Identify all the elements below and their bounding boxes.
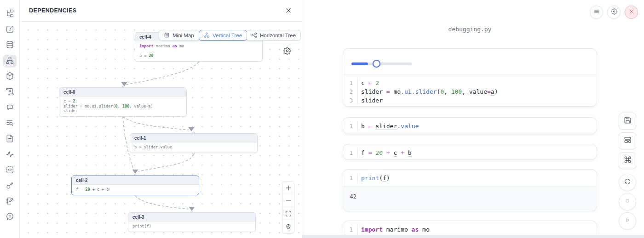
shutdown-button[interactable] [625, 6, 638, 19]
sidebar: f ? [0, 0, 20, 238]
vertical-tree-icon [204, 32, 210, 39]
graph-node-cell-2[interactable]: cell-2 f = 20 + c + b [71, 176, 199, 195]
line-number: 3 [343, 96, 358, 105]
panel-close-button[interactable] [283, 6, 293, 16]
graph-node-code-line: c = 2 [63, 99, 182, 104]
slider-handle[interactable] [373, 60, 380, 68]
undo-button[interactable] [619, 174, 636, 191]
sidebar-item-datasources[interactable] [3, 39, 17, 52]
save-icon [624, 116, 632, 126]
graph-node-code-line: import marimo as mo [139, 44, 258, 49]
sidebar-item-help[interactable]: ? [3, 211, 17, 224]
notebook-area: debugging.py 1c = 2 2slider = mo.ui.slid… [302, 0, 644, 238]
sidebar-item-search[interactable] [3, 117, 17, 130]
minimap-icon [164, 32, 170, 39]
sidebar-item-secrets[interactable] [3, 180, 17, 193]
graph-node-cell-3[interactable]: cell-3 print(f) [128, 212, 256, 232]
graph-node-code-line [139, 49, 258, 54]
ai-chat-icon [6, 103, 14, 113]
slider-control[interactable] [351, 60, 412, 68]
bottom-edge-strip [302, 235, 644, 238]
code-editor[interactable]: 1f = 20 + c + b [343, 144, 597, 160]
code-line: c = 2 [358, 79, 379, 87]
sidebar-item-tracing[interactable] [3, 148, 17, 161]
code-line: slider = mo.ui.slider(0, 100, value=a) [358, 87, 498, 96]
zoom-in-button[interactable] [282, 181, 294, 194]
sidebar-item-snippets[interactable] [3, 164, 17, 177]
dependencies-panel: DEPENDENCIES [20, 0, 302, 238]
logs-scroll-icon [6, 87, 14, 98]
snippets-code-icon [6, 165, 14, 176]
notebook-cell-slider[interactable]: 1c = 2 2slider = mo.ui.slider(0, 100, va… [343, 48, 597, 107]
vertical-tree-button-label: Vertical Tree [213, 33, 242, 38]
undo-icon [624, 178, 631, 187]
database-icon [6, 40, 14, 51]
notebook-cell-f[interactable]: 1f = 20 + c + b [343, 144, 597, 160]
dependency-graph-canvas[interactable]: cell-4 import marimo as mo a = 20 cell-0… [20, 22, 302, 238]
cell-output-slider [343, 49, 597, 74]
slider-fill [351, 62, 368, 65]
code-editor[interactable]: 1b = slider.value [343, 118, 597, 134]
graph-node-title: cell-2 [72, 176, 199, 185]
svg-text:?: ? [9, 214, 11, 218]
sidebar-item-functions[interactable]: f [3, 23, 17, 36]
sidebar-item-packages[interactable] [3, 70, 17, 83]
layout-toggle-button[interactable] [619, 132, 636, 149]
zoom-out-button[interactable] [282, 194, 294, 207]
panel-title: DEPENDENCIES [29, 7, 76, 14]
file-tree-icon [6, 9, 14, 20]
tracing-pulse-icon [6, 150, 14, 160]
line-number: 1 [343, 122, 358, 130]
line-number: 1 [343, 225, 358, 234]
save-button[interactable] [619, 113, 636, 130]
graph-node-title: cell-0 [59, 88, 186, 96]
sidebar-item-logs[interactable] [3, 86, 17, 99]
dependency-graph-icon [6, 56, 14, 67]
command-icon [624, 156, 632, 165]
code-line: f = 20 + c + b [358, 148, 412, 157]
search-list-icon [6, 119, 14, 129]
fit-view-button[interactable] [282, 207, 294, 220]
notebook-settings-button[interactable] [607, 6, 621, 19]
horizontal-tree-button[interactable]: Horizontal Tree [246, 30, 301, 41]
minimap-button[interactable]: Mini Map [159, 30, 199, 41]
cell-output-console: 42 [343, 187, 597, 211]
sidebar-item-scratchpad[interactable] [3, 195, 17, 208]
command-palette-button[interactable] [619, 152, 636, 169]
graph-node-cell-1[interactable]: cell-1 b = slider.value [130, 133, 258, 153]
secrets-key-icon [6, 181, 14, 192]
notebook-cell-b[interactable]: 1b = slider.value [343, 117, 597, 134]
stop-button[interactable] [619, 193, 636, 210]
graph-node-code-line: b = slider.value [134, 145, 253, 150]
code-editor[interactable]: 1print(f) [343, 170, 597, 187]
notebook-menu-button[interactable] [590, 6, 603, 19]
locate-pin-button[interactable] [282, 220, 294, 233]
code-editor[interactable]: 1c = 2 2slider = mo.ui.slider(0, 100, va… [343, 74, 597, 107]
graph-node-code-line: f = 20 + c + b [76, 187, 195, 192]
sidebar-item-dependencies[interactable] [3, 55, 17, 68]
graph-node-code-line: slider = mo.ui.slider(0, 100, value=a) [63, 104, 182, 109]
vertical-tree-button[interactable]: Vertical Tree [199, 30, 247, 41]
minimap-button-label: Mini Map [172, 33, 194, 38]
line-number: 2 [343, 87, 358, 96]
sidebar-item-documentation[interactable] [3, 133, 17, 146]
document-icon [6, 134, 14, 145]
menu-icon [593, 8, 600, 17]
graph-settings-button[interactable] [283, 47, 291, 55]
notebook-cell-print[interactable]: 1print(f) 42 [343, 169, 597, 211]
play-icon [624, 216, 631, 226]
stop-icon [624, 197, 631, 206]
marimo-app: f ? DEPENDENCIES [0, 0, 644, 238]
sidebar-item-chat[interactable] [3, 102, 17, 114]
close-icon [628, 8, 635, 17]
graph-node-title: cell-3 [128, 213, 255, 221]
panel-header: DEPENDENCIES [20, 0, 302, 22]
function-icon: f [6, 25, 14, 35]
sidebar-item-file-tree[interactable] [3, 8, 17, 21]
code-line: import marimo as mo [358, 225, 430, 234]
run-button[interactable] [619, 212, 636, 230]
horizontal-tree-button-label: Horizontal Tree [260, 33, 296, 38]
notebook-filename: debugging.py [343, 26, 597, 33]
line-number: 1 [343, 174, 358, 182]
graph-node-cell-0[interactable]: cell-0 c = 2 slider = mo.ui.slider(0, 10… [59, 87, 187, 117]
